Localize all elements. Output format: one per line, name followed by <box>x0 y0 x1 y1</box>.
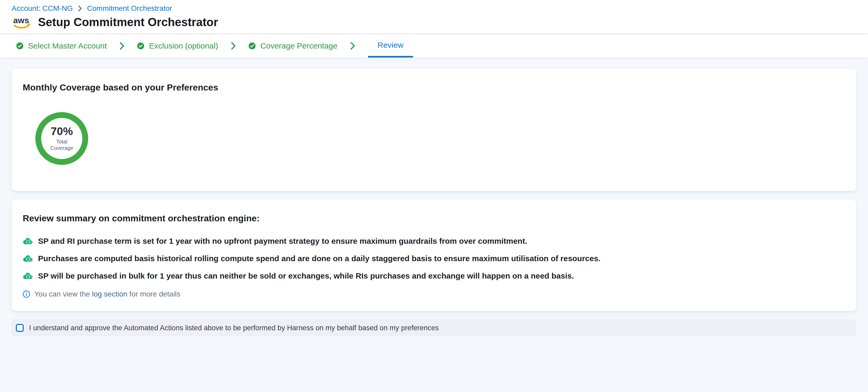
cloud-dollar-icon: $ <box>23 272 33 280</box>
summary-point-text: SP will be purchased in bulk for 1 year … <box>38 271 574 281</box>
note-suffix: for more details <box>127 290 180 298</box>
step-coverage-percentage[interactable]: Coverage Percentage <box>249 41 337 51</box>
check-circle-icon <box>249 42 255 49</box>
cloud-dollar-icon: $ <box>23 255 33 262</box>
step-chevron-icon <box>231 41 236 51</box>
donut-caption: Total Coverage <box>48 138 76 151</box>
summary-point-text: Purchases are computed basis historical … <box>38 254 600 263</box>
donut-percent-value: 70% <box>51 126 73 137</box>
consent-band: I understand and approve the Automated A… <box>11 320 857 336</box>
summary-point-text: SP and RI purchase term is set for 1 yea… <box>38 237 527 246</box>
cloud-dollar-icon: $ <box>23 237 33 245</box>
step-label: Review <box>377 41 403 50</box>
breadcrumb-current-link[interactable]: Commitment Orchestrator <box>87 4 172 13</box>
step-exclusion[interactable]: Exclusion (optional) <box>137 41 218 51</box>
summary-card-title: Review summary on commitment orchestrati… <box>23 213 842 223</box>
breadcrumb: Account: CCM-NG Commitment Orchestrator <box>11 4 868 13</box>
svg-text:aws: aws <box>13 15 29 25</box>
coverage-card: Monthly Coverage based on your Preferenc… <box>11 69 857 191</box>
aws-logo: aws <box>11 15 32 30</box>
step-chevron-icon <box>119 41 125 51</box>
page-header: Account: CCM-NG Commitment Orchestrator … <box>0 0 868 34</box>
info-icon <box>23 290 30 298</box>
setup-stepper: Select Master Account Exclusion (optiona… <box>0 34 868 58</box>
check-circle-icon <box>17 42 23 49</box>
step-chevron-icon <box>350 41 355 51</box>
log-note-text: You can view the log section for more de… <box>34 290 180 298</box>
step-select-master-account[interactable]: Select Master Account <box>17 41 107 51</box>
donut-ring: 70% Total Coverage <box>35 112 88 165</box>
consent-checkbox[interactable] <box>16 324 24 332</box>
consent-label: I understand and approve the Automated A… <box>29 324 439 332</box>
step-label: Select Master Account <box>28 41 107 51</box>
breadcrumb-chevron-icon <box>78 5 82 12</box>
note-prefix: You can view the <box>34 290 92 298</box>
svg-text:$: $ <box>27 240 29 244</box>
log-section-link[interactable]: log section <box>92 290 127 298</box>
svg-text:$: $ <box>27 275 29 279</box>
summary-point: $ SP and RI purchase term is set for 1 y… <box>23 237 842 246</box>
step-review-active-tab[interactable]: Review <box>368 34 413 58</box>
breadcrumb-account-link[interactable]: Account: CCM-NG <box>11 4 73 13</box>
page-title: Setup Commitment Orchestrator <box>38 15 218 29</box>
step-label: Exclusion (optional) <box>149 41 218 51</box>
coverage-card-title: Monthly Coverage based on your Preferenc… <box>23 82 842 93</box>
summary-point: $ Purchases are computed basis historica… <box>23 254 842 263</box>
coverage-donut-chart: 70% Total Coverage <box>35 112 88 165</box>
summary-point: $ SP will be purchased in bulk for 1 yea… <box>23 271 842 281</box>
check-circle-icon <box>137 42 144 49</box>
log-note: You can view the log section for more de… <box>23 290 842 298</box>
step-label: Coverage Percentage <box>260 41 337 51</box>
review-summary-card: Review summary on commitment orchestrati… <box>11 199 857 311</box>
svg-text:$: $ <box>27 258 29 261</box>
main-content: Monthly Coverage based on your Preferenc… <box>0 58 868 336</box>
